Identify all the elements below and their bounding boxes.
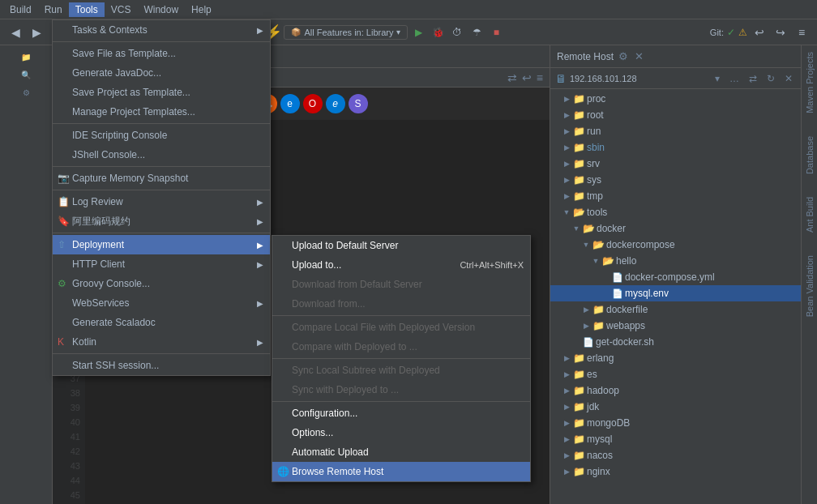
panel-settings-btn[interactable]: ⚙ — [617, 49, 630, 64]
left-icon-1[interactable]: 📁 — [10, 49, 42, 65]
folder-icon: 📁 — [573, 142, 585, 153]
settings-tb-btn[interactable]: ≡ — [537, 71, 543, 84]
tree-item-mongodb[interactable]: ▶ 📁 mongoDB — [550, 415, 801, 431]
tree-label-webapps: webapps — [606, 320, 645, 331]
menu-build[interactable]: Build — [3, 2, 38, 17]
split-btn[interactable]: ⇄ — [507, 71, 517, 84]
edge-icon[interactable]: e — [280, 94, 300, 113]
close-conn-btn[interactable]: ✕ — [781, 71, 796, 86]
tree-item-docker-compose-yml[interactable]: ▶ 📄 docker-compose.yml — [550, 269, 801, 285]
menu-webservices[interactable]: WebServices ▶ — [53, 293, 270, 313]
features-dropdown[interactable]: 📦 All Features in: Library ▾ — [284, 25, 408, 40]
sub-options[interactable]: Options... — [272, 423, 530, 442]
tree-item-jdk[interactable]: ▶ 📁 jdk — [550, 399, 801, 415]
undo-btn[interactable]: ↩ — [751, 23, 768, 41]
refresh-btn[interactable]: ↻ — [764, 71, 778, 86]
menu-label: IDE Scripting Console — [72, 130, 167, 141]
side-tab-bean[interactable]: Bean Validation — [803, 252, 816, 320]
menu-generate-javadoc[interactable]: Generate JavaDoc... — [53, 63, 270, 83]
forward-btn[interactable]: ▶ — [28, 23, 45, 41]
menu-kotlin[interactable]: K Kotlin ▶ — [53, 332, 270, 352]
menu-save-project-template[interactable]: Save Project as Template... — [53, 83, 270, 102]
tree-item-webapps[interactable]: ▶ 📁 webapps — [550, 318, 801, 334]
tree-item-run[interactable]: ▶ 📁 run — [550, 123, 801, 139]
more-btn[interactable]: ≡ — [793, 23, 811, 41]
tree-item-sbin[interactable]: ▶ 📁 sbin — [550, 139, 801, 156]
tree-item-dockercompose[interactable]: ▼ 📂 dockercompose — [550, 237, 801, 253]
menu-save-template[interactable]: Save File as Template... — [53, 44, 270, 63]
menu-run[interactable]: Run — [38, 2, 69, 17]
side-tab-maven[interactable]: Maven Projects — [803, 49, 816, 117]
sub-sep-2 — [272, 358, 530, 359]
sub-auto-upload[interactable]: Automatic Upload — [272, 442, 530, 462]
redo-btn[interactable]: ↪ — [772, 23, 789, 41]
sub-browse-remote[interactable]: 🌐 Browse Remote Host — [272, 462, 530, 481]
tree-item-root[interactable]: ▶ 📁 root — [550, 107, 801, 123]
left-icon-3[interactable]: ⚙ — [10, 84, 42, 100]
sub-upload-default[interactable]: Upload to Default Server — [272, 236, 530, 255]
tree-label-hello: hello — [616, 255, 636, 267]
menu-tools[interactable]: Tools — [69, 2, 105, 17]
back-btn[interactable]: ◀ — [6, 23, 24, 41]
tree-item-nginx[interactable]: ▶ 📁 nginx — [550, 463, 801, 480]
git-warn-icon: ⚠ — [738, 27, 747, 38]
left-icon-2[interactable]: 🔍 — [10, 66, 42, 83]
tree-item-tmp[interactable]: ▶ 📁 tmp — [550, 188, 801, 204]
tree-item-hello[interactable]: ▼ 📂 hello — [550, 253, 801, 269]
side-tab-ant[interactable]: Ant Build — [803, 194, 816, 236]
revert-btn[interactable]: ↩ — [522, 71, 532, 84]
file-tree[interactable]: ▶ 📁 proc ▶ 📁 root ▶ 📁 run ▶ — [550, 89, 801, 504]
menu-vcs[interactable]: VCS — [105, 2, 138, 17]
menu-log-review[interactable]: 📋 Log Review ▶ — [53, 192, 270, 211]
tree-item-hadoop[interactable]: ▶ 📁 hadoop — [550, 382, 801, 399]
debug-btn[interactable]: 🐞 — [429, 23, 447, 41]
profile-btn[interactable]: ⏱ — [448, 23, 466, 41]
folder-icon-mysql: 📁 — [573, 434, 585, 445]
menu-tasks-contexts[interactable]: Tasks & Contexts ▶ — [53, 20, 270, 40]
connection-bar: 🖥 192.168.101.128 ▾ … ⇄ ↻ ✕ — [550, 68, 801, 89]
tree-item-dockerfile[interactable]: ▶ 📁 dockerfile — [550, 301, 801, 318]
menu-start-ssh[interactable]: Start SSH session... — [53, 356, 270, 375]
panel-close-btn[interactable]: ✕ — [633, 49, 645, 64]
tree-item-tools[interactable]: ▼ 📂 tools — [550, 204, 801, 220]
menu-bar: Build Run Tools VCS Window Help — [0, 0, 817, 19]
sub-upload-to[interactable]: Upload to... Ctrl+Alt+Shift+X — [272, 255, 530, 275]
kotlin-icon: K — [58, 336, 64, 348]
split-view-btn[interactable]: ⇄ — [746, 71, 760, 86]
tree-item-erlang[interactable]: ▶ 📁 erlang — [550, 350, 801, 366]
run-btn[interactable]: ▶ — [409, 23, 427, 41]
tree-item-srv[interactable]: ▶ 📁 srv — [550, 156, 801, 172]
menu-help[interactable]: Help — [185, 2, 218, 17]
opera-icon[interactable]: O — [303, 94, 323, 113]
stop-btn[interactable]: ■ — [487, 23, 505, 41]
tree-item-get-docker-sh[interactable]: ▶ 📄 get-docker.sh — [550, 334, 801, 350]
ie-icon[interactable]: e — [326, 94, 345, 113]
sub-configuration[interactable]: Configuration... — [272, 404, 530, 423]
tree-item-nacos[interactable]: ▶ 📁 nacos — [550, 447, 801, 463]
menu-label: Tasks & Contexts — [72, 24, 148, 36]
menu-jshell[interactable]: JShell Console... — [53, 145, 270, 164]
menu-http-client[interactable]: HTTP Client ▶ — [53, 254, 270, 274]
tree-item-docker[interactable]: ▼ 📂 docker — [550, 220, 801, 237]
menu-manage-templates[interactable]: Manage Project Templates... — [53, 102, 270, 122]
tree-item-es[interactable]: ▶ 📁 es — [550, 366, 801, 382]
menu-deployment[interactable]: ⇧ Deployment ▶ Upload to Default Server … — [53, 235, 270, 254]
tree-label-hadoop: hadoop — [587, 385, 619, 396]
menu-window[interactable]: Window — [137, 2, 185, 17]
tree-label-sbin: sbin — [587, 142, 605, 153]
side-tab-database[interactable]: Database — [803, 133, 816, 177]
coverage-btn[interactable]: ☂ — [468, 23, 485, 41]
menu-alibaba[interactable]: 🔖 阿里编码规约 ▶ — [53, 211, 270, 231]
tree-item-mysql[interactable]: ▶ 📁 mysql — [550, 431, 801, 447]
menu-generate-scaladoc[interactable]: Generate Scaladoc — [53, 313, 270, 332]
tree-item-sys[interactable]: ▶ 📁 sys — [550, 172, 801, 188]
menu-ide-scripting[interactable]: IDE Scripting Console — [53, 126, 270, 145]
more-options-btn[interactable]: … — [726, 71, 742, 86]
menu-capture-memory[interactable]: 📷 Capture Memory Snapshot — [53, 169, 270, 188]
tree-item-mysql-env[interactable]: ▶ 📄 mysql.env — [550, 285, 801, 301]
tree-item-proc[interactable]: ▶ 📁 proc — [550, 91, 801, 107]
safari-icon[interactable]: S — [349, 94, 368, 113]
dropdown-btn[interactable]: ▾ — [712, 71, 723, 86]
tree-label-dockercompose: dockercompose — [606, 239, 675, 250]
menu-groovy[interactable]: ⚙ Groovy Console... — [53, 274, 270, 293]
